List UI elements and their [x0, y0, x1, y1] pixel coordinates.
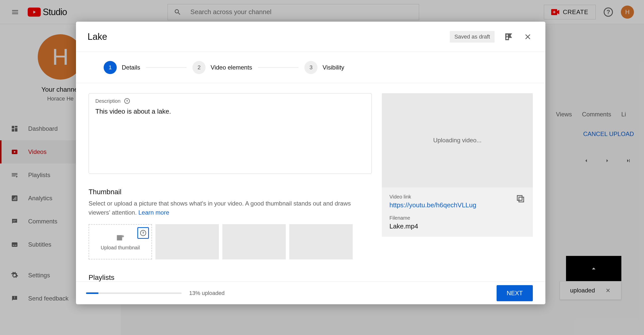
- thumbnail-slot-1[interactable]: [155, 224, 219, 259]
- next-button[interactable]: NEXT: [497, 285, 533, 301]
- svg-text:?: ?: [142, 231, 144, 235]
- description-label: Description: [95, 98, 120, 104]
- thumbnail-slot-2[interactable]: [222, 224, 286, 259]
- video-preview: Uploading video... Video link https://yo…: [382, 93, 533, 237]
- filename-value: Lake.mp4: [389, 222, 525, 230]
- video-link-value[interactable]: https://youtu.be/h6qechVLLug: [389, 201, 476, 209]
- upload-progress-fill: [86, 292, 98, 294]
- svg-point-7: [506, 35, 508, 36]
- thumbnail-slot-3[interactable]: [289, 224, 353, 259]
- exit-icon[interactable]: [504, 32, 514, 42]
- step-visibility[interactable]: 3 Visibility: [304, 61, 344, 74]
- upload-thumbnail-button[interactable]: ? Upload thumbnail: [89, 224, 152, 259]
- step-num-1: 1: [104, 61, 117, 74]
- stepper: 1 Details 2 Video elements 3 Visibility: [76, 52, 545, 83]
- svg-rect-13: [517, 195, 522, 200]
- help-icon[interactable]: ?: [124, 98, 130, 104]
- description-field[interactable]: Description ? This video is about a lake…: [89, 93, 372, 174]
- video-link-label: Video link: [389, 194, 476, 200]
- modal-footer: 13% uploaded NEXT: [76, 282, 545, 304]
- upload-modal: Lake Saved as draft 1 Details 2 Video el…: [76, 22, 545, 304]
- playlists-title: Playlists: [89, 274, 372, 282]
- upload-thumbnail-label: Upload thumbnail: [101, 245, 140, 251]
- step-video-elements[interactable]: 2 Video elements: [192, 61, 252, 74]
- copy-icon[interactable]: [516, 194, 525, 204]
- step-num-3: 3: [304, 61, 317, 74]
- upload-progress-text: 13% uploaded: [189, 290, 225, 296]
- thumbnail-subtitle: Select or upload a picture that shows wh…: [89, 199, 372, 217]
- svg-rect-12: [519, 197, 524, 202]
- add-image-icon: [116, 233, 125, 242]
- close-button[interactable]: [523, 32, 533, 42]
- description-value: This video is about a lake.: [95, 108, 365, 115]
- step-num-2: 2: [192, 61, 206, 74]
- upload-status: Uploading video...: [382, 93, 533, 187]
- filename-label: Filename: [389, 215, 525, 221]
- thumbnail-title: Thumbnail: [89, 188, 372, 196]
- thumbnail-help-icon[interactable]: ?: [137, 227, 149, 239]
- learn-more-link[interactable]: Learn more: [138, 209, 169, 216]
- saved-badge: Saved as draft: [450, 31, 495, 43]
- svg-text:?: ?: [126, 99, 128, 103]
- step-details[interactable]: 1 Details: [104, 61, 140, 74]
- modal-body: Description ? This video is about a lake…: [76, 83, 545, 282]
- modal-title: Lake: [88, 31, 107, 42]
- upload-progress-bar: [86, 292, 182, 294]
- modal-header: Lake Saved as draft: [76, 22, 545, 52]
